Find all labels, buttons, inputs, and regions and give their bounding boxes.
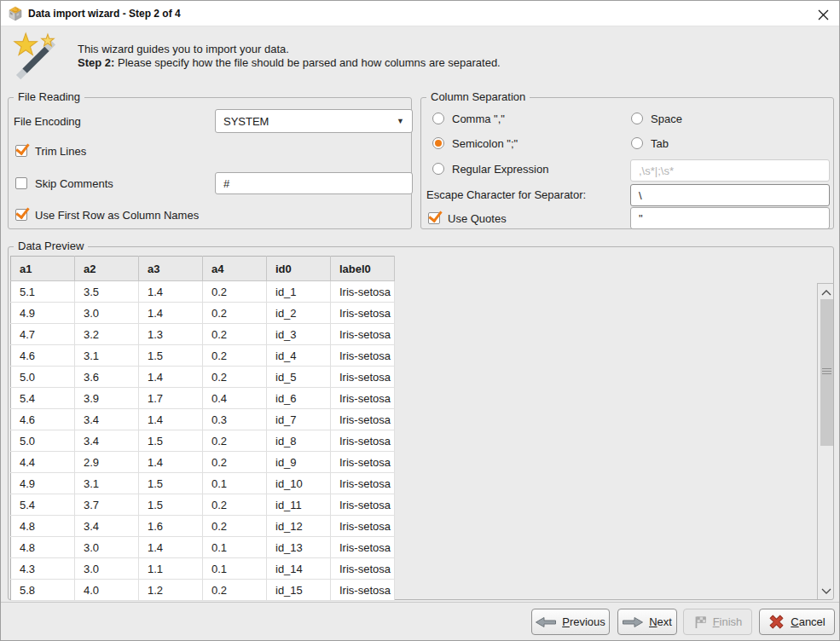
table-cell: 0.2 bbox=[203, 367, 267, 388]
table-cell: Iris-setosa bbox=[331, 516, 395, 537]
table-cell: 1.4 bbox=[139, 537, 203, 558]
semicolon-radio bbox=[432, 137, 444, 149]
cancel-x-icon bbox=[768, 614, 785, 630]
space-radio bbox=[631, 113, 643, 124]
table-cell: Iris-setosa bbox=[331, 324, 395, 345]
arrow-right-icon bbox=[623, 617, 643, 627]
table-cell: 1.3 bbox=[139, 324, 203, 345]
table-cell: id_6 bbox=[267, 388, 331, 409]
table-cell: 0.1 bbox=[203, 558, 267, 580]
table-cell: id_12 bbox=[267, 516, 331, 537]
table-header-row: a1a2a3a4id0label0 bbox=[11, 257, 395, 281]
next-label: Next bbox=[649, 615, 672, 628]
table-cell: 1.6 bbox=[139, 516, 203, 537]
close-icon bbox=[818, 9, 829, 20]
scrollbar-thumb[interactable] bbox=[820, 299, 833, 446]
column-header-a3: a3 bbox=[139, 257, 203, 281]
comment-character-input[interactable]: # bbox=[215, 172, 413, 194]
table-cell: 3.5 bbox=[75, 281, 139, 303]
finish-button[interactable]: Finish bbox=[683, 609, 752, 635]
comma-option[interactable]: Comma "," bbox=[432, 111, 505, 126]
file-reading-title: File Reading bbox=[14, 90, 84, 103]
regex-input[interactable]: ,\s*|;\s* bbox=[630, 159, 830, 182]
next-button[interactable]: Next bbox=[617, 609, 677, 635]
table-row: 5.13.51.40.2id_1Iris-setosa bbox=[11, 281, 395, 303]
regex-label: Regular Expression bbox=[452, 163, 548, 176]
table-cell: Iris-setosa bbox=[331, 537, 395, 558]
table-cell: 0.2 bbox=[203, 345, 267, 367]
table-cell: 1.1 bbox=[139, 558, 203, 580]
table-cell: 0.2 bbox=[203, 324, 267, 345]
table-cell: 3.2 bbox=[75, 324, 139, 345]
wizard-description: This wizard guides you to import your da… bbox=[78, 43, 501, 70]
table-row: 5.43.91.70.4id_6Iris-setosa bbox=[11, 388, 395, 409]
table-cell: 3.7 bbox=[75, 494, 139, 516]
escape-character-row: Escape Character for Separator: bbox=[426, 187, 586, 202]
table-row: 5.03.61.40.2id_5Iris-setosa bbox=[11, 367, 395, 388]
table-cell: 0.2 bbox=[203, 580, 267, 601]
finish-label: Finish bbox=[713, 615, 743, 628]
table-cell: 1.7 bbox=[139, 388, 203, 409]
table-cell: 3.9 bbox=[75, 388, 139, 409]
column-separation-group: Column Separation Comma "," Space Semico… bbox=[420, 97, 834, 229]
table-cell: 3.1 bbox=[75, 473, 139, 494]
table-cell: 5.0 bbox=[11, 430, 75, 452]
table-cell: 0.2 bbox=[203, 516, 267, 537]
regex-option[interactable]: Regular Expression bbox=[432, 161, 548, 176]
table-row: 4.83.01.40.1id_13Iris-setosa bbox=[11, 537, 395, 558]
table-cell: 3.4 bbox=[75, 409, 139, 430]
table-cell: 1.4 bbox=[139, 367, 203, 388]
use-quotes-option[interactable]: Use Quotes bbox=[428, 211, 507, 226]
table-cell: 1.4 bbox=[139, 281, 203, 303]
cancel-button[interactable]: Cancel bbox=[759, 609, 835, 635]
trim-lines-option[interactable]: Trim Lines bbox=[15, 143, 86, 159]
arrow-left-icon bbox=[536, 617, 556, 627]
table-cell: 0.2 bbox=[203, 494, 267, 516]
space-label: Space bbox=[651, 113, 682, 125]
table-cell: 1.5 bbox=[139, 345, 203, 367]
skip-comments-option[interactable]: Skip Comments bbox=[15, 176, 113, 191]
file-encoding-value: SYSTEM bbox=[223, 115, 269, 128]
table-row: 4.63.11.50.2id_4Iris-setosa bbox=[11, 345, 395, 367]
table-cell: id_15 bbox=[267, 580, 331, 601]
table-cell: 5.4 bbox=[11, 388, 75, 409]
column-header-a1: a1 bbox=[11, 257, 75, 281]
quote-character-input[interactable]: " bbox=[630, 207, 830, 229]
table-row: 4.63.41.40.3id_7Iris-setosa bbox=[11, 409, 395, 430]
finish-flag-icon bbox=[693, 615, 707, 629]
table-cell: 1.4 bbox=[139, 452, 203, 473]
table-cell: Iris-setosa bbox=[331, 558, 395, 580]
column-header-id0: id0 bbox=[267, 257, 331, 281]
table-cell: Iris-setosa bbox=[331, 409, 395, 430]
file-reading-group: File Reading File Encoding SYSTEM ▼ Trim… bbox=[8, 97, 412, 229]
table-cell: 4.0 bbox=[75, 580, 139, 601]
table-cell: 0.2 bbox=[203, 281, 267, 303]
tab-option[interactable]: Tab bbox=[631, 136, 669, 151]
file-encoding-select[interactable]: SYSTEM ▼ bbox=[215, 109, 413, 133]
table-cell: 0.1 bbox=[203, 537, 267, 558]
column-header-a2: a2 bbox=[75, 257, 139, 281]
comma-radio bbox=[432, 113, 444, 124]
table-row: 5.43.71.50.2id_11Iris-setosa bbox=[11, 494, 395, 516]
preview-scrollbar[interactable] bbox=[817, 283, 834, 599]
button-bar: Previous Next Finish Cancel bbox=[1, 602, 839, 641]
table-cell: 4.3 bbox=[11, 558, 75, 580]
table-cell: id_1 bbox=[267, 281, 331, 303]
table-cell: 3.0 bbox=[75, 537, 139, 558]
close-button[interactable] bbox=[815, 7, 831, 22]
semicolon-option[interactable]: Semicolon ";" bbox=[432, 136, 518, 151]
escape-character-value: \ bbox=[639, 189, 642, 202]
table-cell: 0.2 bbox=[203, 430, 267, 452]
table-cell: id_3 bbox=[267, 324, 331, 345]
first-row-names-option[interactable]: Use First Row as Column Names bbox=[15, 207, 199, 222]
escape-character-input[interactable]: \ bbox=[630, 184, 830, 206]
table-cell: 4.4 bbox=[11, 452, 75, 473]
previous-button[interactable]: Previous bbox=[531, 609, 610, 635]
magic-wand-icon bbox=[11, 32, 61, 81]
table-cell: 1.5 bbox=[139, 473, 203, 494]
scroll-up-button[interactable] bbox=[818, 286, 834, 299]
regex-placeholder: ,\s*|;\s* bbox=[639, 165, 674, 177]
space-option[interactable]: Space bbox=[631, 111, 682, 126]
scroll-down-button[interactable] bbox=[818, 584, 834, 598]
table-cell: id_8 bbox=[267, 430, 331, 452]
